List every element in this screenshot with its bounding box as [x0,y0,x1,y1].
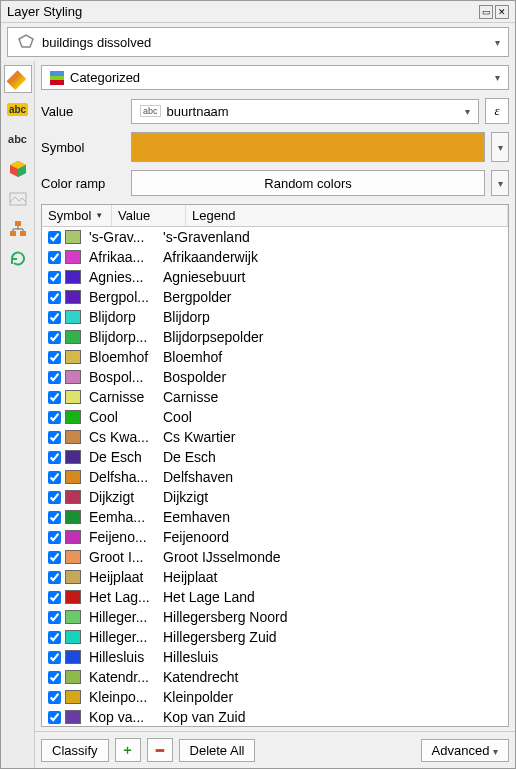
row-checkbox[interactable] [48,371,61,384]
symbol-preview[interactable] [131,132,485,162]
table-row[interactable]: DijkzigtDijkzigt [42,487,508,507]
col-value[interactable]: Value [112,205,186,226]
table-row[interactable]: CoolCool [42,407,508,427]
row-checkbox[interactable] [48,511,61,524]
tab-diagrams[interactable] [4,185,32,213]
table-row[interactable]: Kop va...Kop van Zuid [42,707,508,726]
tab-masks[interactable]: abc [4,125,32,153]
row-swatch[interactable] [65,370,81,384]
table-row[interactable]: Bergpol...Bergpolder [42,287,508,307]
tab-3d[interactable] [4,155,32,183]
table-row[interactable]: Delfsha...Delfshaven [42,467,508,487]
table-row[interactable]: Hilleger...Hillegersberg Noord [42,607,508,627]
row-swatch[interactable] [65,630,81,644]
row-swatch[interactable] [65,510,81,524]
row-checkbox[interactable] [48,331,61,344]
col-symbol[interactable]: Symbol ▼ [42,205,112,226]
table-row[interactable]: Eemha...Eemhaven [42,507,508,527]
row-checkbox[interactable] [48,471,61,484]
row-swatch[interactable] [65,590,81,604]
advanced-button[interactable]: Advanced ▾ [421,739,509,762]
col-legend[interactable]: Legend [186,205,508,226]
row-checkbox[interactable] [48,311,61,324]
value-field-selector[interactable]: abc buurtnaam ▾ [131,99,479,124]
table-row[interactable]: HillesluisHillesluis [42,647,508,667]
row-checkbox[interactable] [48,431,61,444]
row-swatch[interactable] [65,470,81,484]
renderer-selector[interactable]: Categorized ▾ [41,65,509,90]
row-swatch[interactable] [65,350,81,364]
row-checkbox[interactable] [48,531,61,544]
row-checkbox[interactable] [48,591,61,604]
color-ramp-button[interactable]: Random colors [131,170,485,196]
tab-symbology[interactable] [4,65,32,93]
tab-fields[interactable] [4,215,32,243]
row-swatch[interactable] [65,410,81,424]
row-checkbox[interactable] [48,451,61,464]
table-row[interactable]: Agnies...Agniesebuurt [42,267,508,287]
row-checkbox[interactable] [48,351,61,364]
row-swatch[interactable] [65,310,81,324]
row-checkbox[interactable] [48,231,61,244]
row-swatch[interactable] [65,670,81,684]
add-category-button[interactable]: ＋ [115,738,141,762]
delete-all-button[interactable]: Delete All [179,739,256,762]
row-swatch[interactable] [65,610,81,624]
row-swatch[interactable] [65,390,81,404]
table-row[interactable]: Cs Kwa...Cs Kwartier [42,427,508,447]
row-swatch[interactable] [65,430,81,444]
row-checkbox[interactable] [48,491,61,504]
row-swatch[interactable] [65,330,81,344]
row-checkbox[interactable] [48,611,61,624]
table-row[interactable]: Afrikaa...Afrikaanderwijk [42,247,508,267]
table-row[interactable]: 's-Grav...'s-Gravenland [42,227,508,247]
row-checkbox[interactable] [48,291,61,304]
classify-button[interactable]: Classify [41,739,109,762]
row-swatch[interactable] [65,690,81,704]
table-row[interactable]: Feijeno...Feijenoord [42,527,508,547]
table-row[interactable]: Groot I...Groot IJsselmonde [42,547,508,567]
table-row[interactable]: Bospol...Bospolder [42,367,508,387]
tab-history[interactable] [4,245,32,273]
row-checkbox[interactable] [48,391,61,404]
table-row[interactable]: Kleinpo...Kleinpolder [42,687,508,707]
undock-button[interactable]: ▭ [479,5,493,19]
row-swatch[interactable] [65,250,81,264]
row-checkbox[interactable] [48,251,61,264]
row-swatch[interactable] [65,570,81,584]
row-checkbox[interactable] [48,551,61,564]
row-swatch[interactable] [65,290,81,304]
row-checkbox[interactable] [48,571,61,584]
table-row[interactable]: Blijdorp...Blijdorpsepolder [42,327,508,347]
table-row[interactable]: Hilleger...Hillegersberg Zuid [42,627,508,647]
table-row[interactable]: CarnisseCarnisse [42,387,508,407]
table-row[interactable]: BlijdorpBlijdorp [42,307,508,327]
tab-labels[interactable]: abc [4,95,32,123]
table-row[interactable]: Katendr...Katendrecht [42,667,508,687]
row-checkbox[interactable] [48,411,61,424]
row-checkbox[interactable] [48,691,61,704]
row-checkbox[interactable] [48,271,61,284]
row-swatch[interactable] [65,650,81,664]
table-row[interactable]: HeijplaatHeijplaat [42,567,508,587]
row-swatch[interactable] [65,230,81,244]
row-swatch[interactable] [65,710,81,724]
layer-selector[interactable]: buildings dissolved ▾ [7,27,509,57]
table-row[interactable]: Het Lag...Het Lage Land [42,587,508,607]
row-checkbox[interactable] [48,651,61,664]
row-checkbox[interactable] [48,711,61,724]
row-checkbox[interactable] [48,671,61,684]
row-checkbox[interactable] [48,631,61,644]
table-row[interactable]: De EschDe Esch [42,447,508,467]
table-row[interactable]: BloemhofBloemhof [42,347,508,367]
color-ramp-dropdown[interactable]: ▾ [491,170,509,196]
remove-category-button[interactable]: ━ [147,738,173,762]
close-button[interactable]: ✕ [495,5,509,19]
row-swatch[interactable] [65,270,81,284]
row-swatch[interactable] [65,550,81,564]
row-swatch[interactable] [65,490,81,504]
expression-button[interactable]: ε [485,98,509,124]
row-swatch[interactable] [65,450,81,464]
row-swatch[interactable] [65,530,81,544]
symbol-dropdown[interactable]: ▾ [491,132,509,162]
